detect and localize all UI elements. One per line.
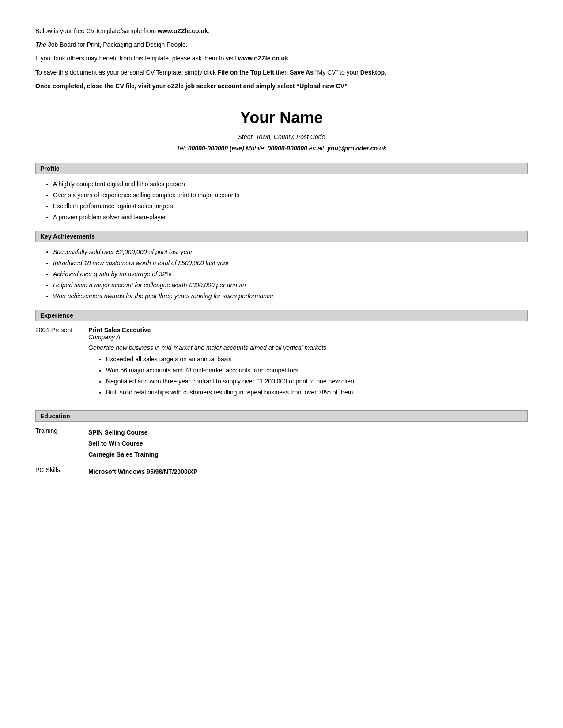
list-item: Won 56 major accounts and 78 mid-market … [106,366,528,375]
intro-line2-rest: Job Board for Print, Packaging and Desig… [46,41,188,48]
list-item: A proven problem solver and team-player [53,213,528,222]
intro-line-3: If you think others may benefit from thi… [35,54,528,63]
tel-number: 00000-000000 [188,145,228,152]
experience-entry: 2004-Present Print Sales Executive Compa… [35,326,528,402]
cv-address: Steet, Town, County, Post Code [35,131,528,143]
cv-phone-line: Tel: 00000-000000 (eve) Mobile: 00000-00… [35,143,528,154]
edu-details-pc: Microsoft Windows 95/98/NT/2000/XP [88,466,528,477]
edu-item: Carnegie Sales Training [88,449,528,460]
save-desktop: Desktop. [360,69,386,76]
profile-header: Profile [35,163,528,174]
list-item: Successfully sold over £2,000,000 of pri… [53,248,528,257]
list-item: Achieved over quota by an average of 32% [53,270,528,279]
cv-name: Your Name [35,109,528,127]
list-item: Helped save a major account for colleagu… [53,281,528,290]
ozzle-link-2[interactable]: www.oZZle.co.uk [238,55,288,62]
education-header: Education [35,410,528,422]
profile-bullets: A highly competent digital and litho sal… [53,180,528,222]
edu-item: SPIN Selling Course [88,427,528,438]
education-entry-training: Training SPIN Selling Course Sell to Win… [35,427,528,461]
intro-line3-prefix: If you think others may benefit from thi… [35,55,238,62]
save-as-bold: Save As [290,69,314,76]
list-item: Built solid relationships with customers… [106,388,528,397]
save-line-prefix: To save this document as your personal C… [35,69,218,76]
exp-dates: 2004-Present [35,326,88,402]
save-line: To save this document as your personal C… [35,68,528,77]
edu-details-training: SPIN Selling Course Sell to Win Course C… [88,427,528,461]
email-address: you@provider.co.uk [327,145,386,152]
key-achievements-bullets: Successfully sold over £2,000,000 of pri… [53,248,528,301]
tel-label: Tel: [177,145,188,152]
once-line: Once completed, close the CV file, visit… [35,82,528,91]
edu-item: Microsoft Windows 95/98/NT/2000/XP [88,466,528,477]
edu-item: Sell to Win Course [88,438,528,449]
edu-label-training: Training [35,427,88,461]
intro-line-2: The Job Board for Print, Packaging and D… [35,40,528,49]
save-end1: “My CV” to your [314,69,360,76]
list-item: Negotiated and won three year contract t… [106,377,528,386]
intro-the: The [35,41,46,48]
key-achievements-header: Key Achievements [35,231,528,242]
exp-bullets: Exceeded all sales targets on an annual … [106,355,528,397]
list-item: Excellent performance against sales targ… [53,202,528,211]
save-then: then [274,69,290,76]
edu-label-pc: PC Skills [35,466,88,477]
cv-contact: Steet, Town, County, Post Code Tel: 0000… [35,131,528,154]
intro-line1-prefix: Below is your free CV template/sample fr… [35,27,158,34]
list-item: Won achievement awards for the past thre… [53,292,528,301]
cv-body: Your Name Steet, Town, County, Post Code… [35,109,528,477]
list-item: A highly competent digital and litho sal… [53,180,528,189]
save-file-on-top: File on the Top Left [218,69,274,76]
experience-header: Experience [35,310,528,321]
list-item: Introduced 18 new customers worth a tota… [53,259,528,268]
exp-company: Company A [88,334,528,341]
ozzle-link-1[interactable]: www.oZZle.co.uk [158,27,208,34]
tel-eve: (eve) [228,145,244,152]
mobile-number: 00000-000000 [268,145,307,152]
exp-details: Print Sales Executive Company A Generate… [88,326,528,402]
education-entry-pc: PC Skills Microsoft Windows 95/98/NT/200… [35,466,528,477]
intro-line-1: Below is your free CV template/sample fr… [35,26,528,36]
intro-section: Below is your free CV template/sample fr… [35,26,528,91]
mobile-label: Mobile: [244,145,268,152]
exp-description: Generate new business in mid-market and … [88,344,528,351]
email-label: email: [307,145,327,152]
exp-title: Print Sales Executive [88,326,528,334]
list-item: Exceeded all sales targets on an annual … [106,355,528,364]
list-item: Over six years of experience selling com… [53,191,528,200]
